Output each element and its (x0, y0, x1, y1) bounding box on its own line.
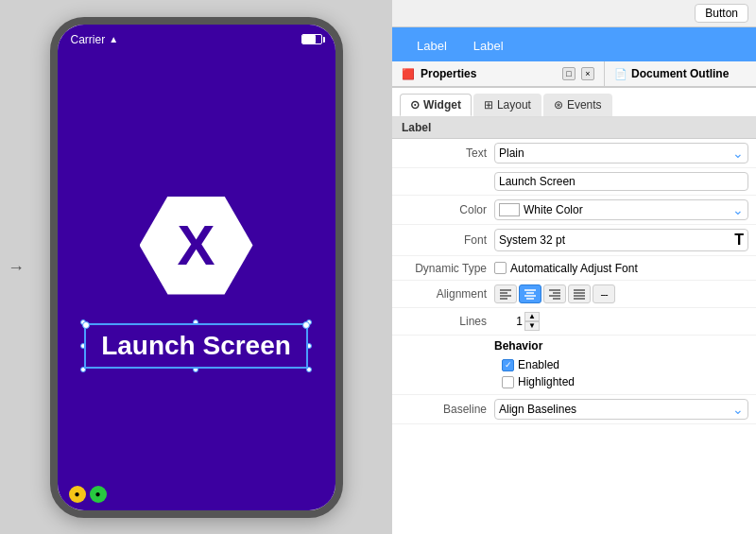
tab-events[interactable]: ⊛ Events (543, 94, 612, 116)
baseline-label: Baseline (400, 403, 494, 416)
panel-controls: □ × (562, 67, 594, 80)
prop-row-dynamic-type: Dynamic Type Automatically Adjust Font (392, 256, 756, 281)
text-dropdown-value: Plain (499, 146, 524, 160)
selected-label-wrapper[interactable]: Launch Screen (84, 323, 308, 369)
widget-icon: ⊙ (410, 98, 420, 112)
panel-close-btn[interactable]: × (581, 67, 594, 80)
properties-scroll[interactable]: Text Plain ⌄ Color White Col (392, 139, 756, 534)
indicator-yellow: ● (69, 486, 86, 503)
text-dropdown-arrow: ⌄ (732, 146, 744, 161)
color-select[interactable]: White Color ⌄ (494, 199, 748, 220)
highlighted-label: Highlighted (518, 375, 575, 388)
sim-label-text: Launch Screen (101, 331, 291, 360)
text-value-select[interactable]: Plain ⌄ (494, 143, 748, 164)
enabled-checkbox[interactable]: ✓ (502, 359, 514, 371)
hex-logo: X (140, 197, 253, 295)
alignment-group-wrapper: --- (494, 284, 748, 303)
properties-panel-header: 🟥 Properties □ × (392, 61, 605, 87)
behavior-title: Behavior (400, 339, 748, 353)
events-icon: ⊛ (554, 98, 563, 112)
lines-increment-btn[interactable]: ▲ (524, 312, 540, 321)
dynamic-type-checkbox-item[interactable]: Automatically Adjust Font (494, 262, 748, 275)
text-label: Text (400, 146, 494, 160)
lines-stepper[interactable]: 1 ▲ ▼ (494, 312, 748, 331)
enabled-label: Enabled (518, 358, 559, 371)
iphone-content: X Launch Screen ● ● (58, 55, 335, 510)
enabled-row: ✓ Enabled (400, 356, 748, 373)
label-tab-1[interactable]: Label (460, 33, 517, 61)
highlighted-checkbox-item[interactable]: Highlighted (502, 375, 575, 388)
doc-outline-title: Document Outline (631, 67, 747, 80)
hexagon-shape: X (140, 197, 253, 295)
enabled-checkbox-item[interactable]: ✓ Enabled (502, 358, 559, 371)
iphone-frame: Carrier ▲ X (50, 17, 343, 518)
text-input-wrapper[interactable] (494, 172, 748, 191)
align-natural-btn[interactable]: --- (593, 284, 615, 303)
doc-outline-header: 📄 Document Outline (605, 61, 756, 87)
tab-widget[interactable]: ⊙ Widget (400, 94, 472, 116)
right-panel: Button Label Label 🟥 Properties □ × (392, 0, 756, 534)
text-input-field[interactable] (494, 172, 748, 191)
hex-x-letter: X (177, 217, 215, 274)
highlighted-checkbox[interactable] (502, 376, 514, 388)
baseline-dropdown[interactable]: Align Baselines ⌄ (494, 399, 748, 420)
lines-decrement-btn[interactable]: ▼ (524, 321, 540, 331)
doc-outline-icon: 📄 (614, 68, 627, 80)
baseline-select[interactable]: Align Baselines ⌄ (494, 399, 748, 420)
nav-arrow: → (8, 257, 25, 277)
align-justified-btn[interactable] (568, 284, 591, 303)
battery-icon (301, 34, 322, 44)
lines-value: 1 (494, 315, 523, 328)
highlighted-row: Highlighted (400, 373, 748, 390)
status-bar: Carrier ▲ (58, 25, 335, 55)
status-right (301, 34, 322, 44)
align-center-btn[interactable] (519, 284, 541, 303)
dynamic-type-checkbox[interactable] (494, 262, 507, 274)
dynamic-type-value: Automatically Adjust Font (494, 262, 748, 275)
wifi-icon: ▲ (109, 34, 118, 44)
text-dropdown[interactable]: Plain ⌄ (494, 143, 748, 164)
color-dropdown-arrow: ⌄ (732, 202, 744, 217)
lines-stepper-wrapper: 1 ▲ ▼ (494, 312, 748, 331)
lines-label: Lines (400, 315, 494, 328)
properties-icon: 🟥 (402, 68, 415, 80)
color-label: Color (400, 203, 494, 216)
prop-row-baseline: Baseline Align Baselines ⌄ (392, 395, 756, 424)
color-dropdown[interactable]: White Color ⌄ (494, 199, 748, 220)
button-element[interactable]: Button (695, 4, 748, 23)
layout-icon: ⊞ (484, 98, 493, 112)
align-right-btn[interactable] (543, 284, 566, 303)
properties-title: Properties (421, 67, 557, 80)
tab-layout-label: Layout (497, 98, 531, 112)
doc-outline-panel: 📄 Document Outline (605, 61, 756, 87)
lines-stepper-buttons: ▲ ▼ (524, 312, 540, 331)
label-tabs: Label Label (392, 27, 756, 61)
color-swatch-group: White Color (499, 203, 583, 216)
font-select[interactable]: System 32 pt T (494, 229, 748, 251)
label-tabs-area: Label Label (392, 27, 756, 61)
font-icon: T (734, 232, 744, 249)
baseline-dropdown-value: Align Baselines (499, 403, 576, 416)
font-button[interactable]: System 32 pt T (494, 229, 748, 251)
prop-row-font: Font System 32 pt T (392, 225, 756, 256)
color-dropdown-value: White Color (524, 203, 583, 216)
label-tab-0[interactable]: Label (404, 33, 460, 61)
prop-row-text-input (392, 168, 756, 196)
alignment-group: --- (494, 284, 748, 303)
behavior-section: Behavior ✓ Enabled Highlighted (392, 336, 756, 395)
prop-row-color: Color White Color ⌄ (392, 196, 756, 225)
dynamic-type-label: Dynamic Type (400, 262, 494, 275)
tab-events-label: Events (567, 98, 602, 112)
dynamic-type-checkbox-label: Automatically Adjust Font (510, 262, 638, 275)
panel-header: 🟥 Properties □ × (392, 61, 604, 87)
align-left-btn[interactable] (494, 284, 517, 303)
panel-resize-btn[interactable]: □ (562, 67, 576, 80)
font-value: System 32 pt (499, 233, 565, 247)
sim-label-container: Launch Screen (84, 323, 308, 369)
carrier-text: Carrier (71, 33, 106, 46)
simulator-panel: → Carrier ▲ X (0, 0, 392, 534)
tab-widget-label: Widget (423, 98, 461, 112)
prop-row-alignment: Alignment --- (392, 281, 756, 308)
tab-layout[interactable]: ⊞ Layout (473, 94, 541, 116)
iphone-bottom-indicators: ● ● (69, 486, 107, 503)
